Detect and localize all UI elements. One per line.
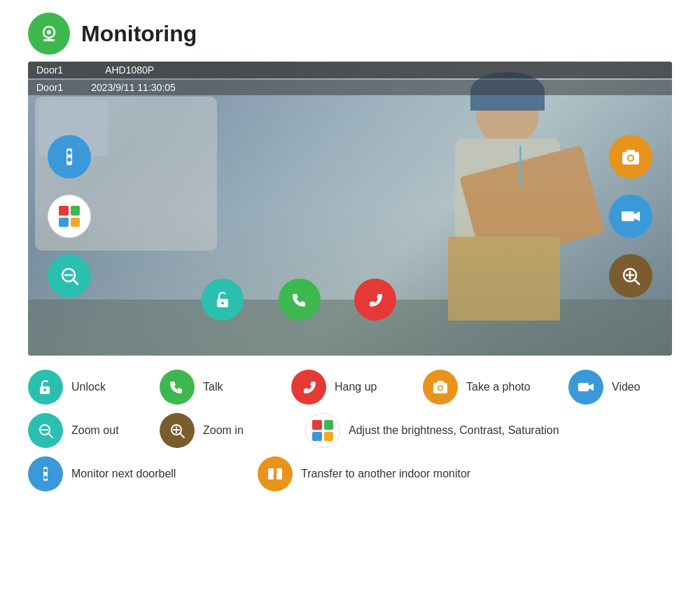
svg-marker-17 <box>634 211 640 221</box>
video-info-bar: Door1 AHD1080P <box>28 62 672 78</box>
zoomout-button[interactable] <box>48 254 91 298</box>
photo-video-button[interactable] <box>609 135 652 178</box>
legend-row-3: Monitor next doorbell Transfer to anothe… <box>28 456 672 491</box>
legend-doorbell: Monitor next doorbell <box>28 456 252 491</box>
svg-point-26 <box>439 386 442 390</box>
camera-name-2: Door1 <box>36 82 63 93</box>
legend-zoomout: Zoom out <box>28 413 154 448</box>
legend-photo-label: Take a photo <box>466 381 531 393</box>
legend-video: Video <box>568 370 694 405</box>
resolution-label: AHD1080P <box>105 64 154 76</box>
adjust-grid-icon <box>59 206 80 227</box>
legend-video-icon <box>568 370 603 405</box>
legend-talk: Talk <box>160 370 286 405</box>
legend-photo: Take a photo <box>423 370 563 405</box>
page-header: Monitoring <box>0 0 700 62</box>
svg-rect-15 <box>626 150 635 153</box>
svg-rect-40 <box>268 468 274 479</box>
unlock-video-button[interactable] <box>202 279 244 321</box>
svg-rect-27 <box>437 381 444 384</box>
legend-talk-icon <box>160 370 195 405</box>
legend-unlock: Unlock <box>28 370 154 405</box>
svg-point-1 <box>47 30 51 34</box>
svg-point-23 <box>43 388 46 391</box>
legend-doorbell-label: Monitor next doorbell <box>71 468 176 480</box>
legend-zoomin: Zoom in <box>160 413 286 448</box>
svg-point-11 <box>221 302 224 304</box>
legend-section: Unlock Talk Hang up <box>28 370 672 491</box>
video-datetime-bar: Door1 2023/9/11 11:30:05 <box>28 80 672 95</box>
hangup-video-button[interactable] <box>354 279 396 321</box>
legend-row-1: Unlock Talk Hang up <box>28 370 672 405</box>
legend-talk-label: Talk <box>203 381 223 393</box>
legend-unlock-label: Unlock <box>71 381 106 393</box>
legend-doorbell-icon <box>28 456 63 491</box>
legend-zoomout-icon <box>28 413 63 448</box>
zoomin-video-button[interactable] <box>609 254 652 298</box>
doorbell-button[interactable] <box>48 135 91 178</box>
camera-name: Door1 <box>36 64 63 76</box>
legend-video-label: Video <box>612 381 640 393</box>
legend-row-2: Zoom out Zoom in <box>28 413 672 448</box>
legend-hangup-icon <box>291 370 326 405</box>
datetime-label: 2023/9/11 11:30:05 <box>91 82 176 93</box>
legend-adjust-label: Adjust the brightness, Contrast, Saturat… <box>349 424 559 437</box>
video-overlay-gradient <box>28 62 672 356</box>
legend-zoomin-label: Zoom in <box>203 424 244 437</box>
svg-point-39 <box>44 476 48 479</box>
legend-transfer-icon <box>258 456 293 491</box>
monitoring-icon <box>28 13 70 55</box>
legend-adjust: Adjust the brightness, Contrast, Saturat… <box>305 413 672 448</box>
svg-line-9 <box>73 279 78 284</box>
video-background <box>28 62 672 356</box>
svg-rect-28 <box>578 383 589 391</box>
svg-point-38 <box>44 469 48 472</box>
svg-rect-16 <box>622 211 634 221</box>
svg-line-21 <box>634 279 639 284</box>
legend-hangup: Hang up <box>291 370 417 405</box>
legend-zoomin-icon <box>160 413 195 448</box>
page-title: Monitoring <box>81 21 197 47</box>
legend-unlock-icon <box>28 370 63 405</box>
svg-point-14 <box>629 156 633 160</box>
talk-video-button[interactable] <box>279 279 321 321</box>
svg-point-6 <box>67 158 71 162</box>
legend-adjust-icon <box>305 413 340 448</box>
video-feed: Door1 AHD1080P Door1 2023/9/11 11:30:05 <box>28 62 672 356</box>
svg-rect-3 <box>48 38 50 40</box>
legend-photo-icon <box>423 370 458 405</box>
svg-rect-41 <box>276 468 282 479</box>
adjust-button[interactable] <box>48 195 91 238</box>
svg-point-5 <box>67 150 71 155</box>
svg-marker-29 <box>589 384 594 391</box>
legend-adjust-grid <box>312 420 333 441</box>
svg-line-32 <box>48 433 52 438</box>
video-record-button[interactable] <box>609 195 652 238</box>
legend-transfer: Transfer to another indoor monitor <box>258 456 672 491</box>
legend-hangup-label: Hang up <box>335 381 377 393</box>
legend-transfer-label: Transfer to another indoor monitor <box>301 468 470 480</box>
svg-line-36 <box>180 433 184 438</box>
legend-zoomout-label: Zoom out <box>71 424 119 437</box>
